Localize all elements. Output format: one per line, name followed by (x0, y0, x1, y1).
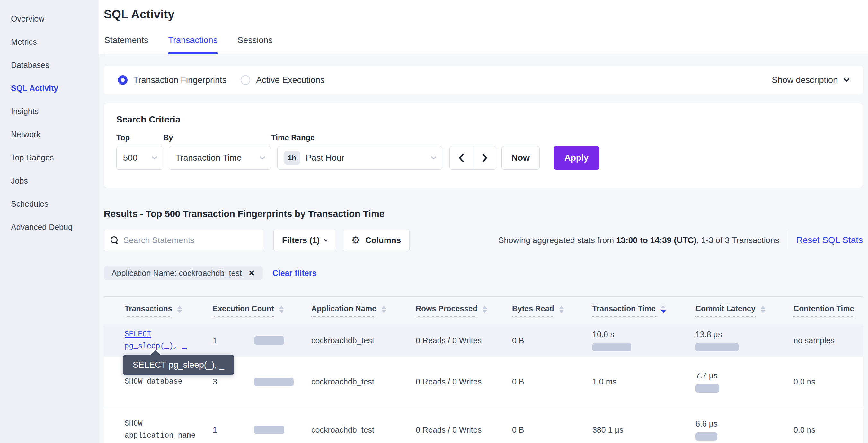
application-name-cell: cockroachdb_test (311, 377, 416, 386)
sort-icon[interactable] (559, 306, 564, 313)
rows-processed-cell: 0 Reads / 0 Writes (416, 336, 512, 345)
table-row: SHOW application_name 1 cockroachdb_test… (104, 407, 863, 443)
sidebar-item-advanced-debug[interactable]: Advanced Debug (0, 215, 99, 239)
clear-filters-link[interactable]: Clear filters (272, 268, 317, 278)
tab-sessions[interactable]: Sessions (237, 35, 273, 54)
next-time-range-button[interactable] (473, 146, 496, 170)
app-window: Overview Metrics Databases SQL Activity … (0, 0, 868, 443)
sort-icon[interactable] (177, 306, 182, 313)
search-criteria-card: Search Criteria Top 500 By Transaction T… (104, 102, 863, 188)
sidebar-item-metrics[interactable]: Metrics (0, 30, 99, 53)
sidebar: Overview Metrics Databases SQL Activity … (0, 0, 99, 443)
close-icon[interactable]: ✕ (248, 268, 255, 278)
previous-time-range-button[interactable] (450, 146, 473, 170)
columns-button[interactable]: ⚙ Columns (343, 229, 410, 252)
time-range-badge: 1h (284, 151, 300, 165)
chevron-down-icon (431, 154, 437, 160)
execution-count-bar (254, 426, 284, 434)
transaction-fingerprint-link[interactable]: SHOW database (125, 376, 213, 388)
sidebar-item-schedules[interactable]: Schedules (0, 192, 99, 215)
top-select[interactable]: 500 (116, 146, 163, 170)
filter-chip-application-name[interactable]: Application Name: cockroachdb_test ✕ (104, 266, 263, 280)
bytes-read-cell: 0 B (512, 377, 592, 386)
time-range-value: Past Hour (306, 153, 344, 163)
results-heading: Results - Top 500 Transaction Fingerprin… (104, 209, 863, 219)
sort-icon-descending[interactable] (661, 305, 666, 314)
table-row: SELECT pg_sleep(_), _ 1 cockroachdb_test… (104, 324, 863, 356)
transaction-fingerprint-link[interactable]: SHOW application_name (125, 418, 213, 442)
column-header-rows-processed[interactable]: Rows Processed (416, 304, 512, 317)
top-field: Top 500 (116, 133, 163, 170)
search-statements-box (104, 229, 265, 252)
table-header-row: Transactions Execution Count Application… (104, 297, 863, 324)
results-controls: Filters (1) ⚙ Columns Showing aggregated… (104, 229, 863, 252)
chevron-left-icon (458, 153, 465, 163)
execution-count-bar (254, 336, 284, 345)
column-header-transactions[interactable]: Transactions (125, 304, 213, 317)
commit-latency-bar (695, 384, 719, 392)
column-header-transaction-time[interactable]: Transaction Time (592, 304, 695, 317)
search-criteria-title: Search Criteria (116, 114, 850, 125)
sidebar-item-databases[interactable]: Databases (0, 53, 99, 77)
apply-button[interactable]: Apply (554, 146, 599, 170)
search-statements-input[interactable] (123, 235, 258, 245)
execution-count-cell: 3 (213, 377, 311, 386)
column-header-execution-count[interactable]: Execution Count (213, 304, 311, 317)
by-select-value: Transaction Time (176, 153, 242, 163)
time-range-select[interactable]: 1h Past Hour (277, 146, 442, 170)
content-area: Transaction Fingerprints Active Executio… (99, 54, 868, 443)
tab-statements[interactable]: Statements (104, 35, 149, 54)
reset-sql-stats-link[interactable]: Reset SQL Stats (796, 235, 863, 245)
by-select[interactable]: Transaction Time (169, 146, 271, 170)
column-header-contention-time[interactable]: Contention Time (794, 304, 863, 317)
rows-processed-cell: 0 Reads / 0 Writes (416, 425, 512, 435)
sort-icon[interactable] (483, 306, 487, 313)
contention-time-cell: 0.0 ns (794, 425, 863, 435)
sidebar-item-sql-activity[interactable]: SQL Activity (0, 77, 99, 100)
show-description-label: Show description (772, 75, 838, 85)
top-select-value: 500 (123, 153, 137, 163)
radio-unselected-icon (241, 75, 250, 85)
chevron-down-icon (324, 238, 328, 242)
execution-count-bar (254, 378, 293, 386)
execution-count-cell: 1 (213, 336, 311, 345)
sidebar-item-overview[interactable]: Overview (0, 7, 99, 30)
by-field: By Transaction Time (163, 133, 271, 170)
sidebar-item-network[interactable]: Network (0, 123, 99, 146)
column-header-commit-latency[interactable]: Commit Latency (695, 304, 794, 317)
sidebar-item-jobs[interactable]: Jobs (0, 169, 99, 192)
sort-icon[interactable] (279, 306, 284, 313)
now-button[interactable]: Now (501, 146, 540, 170)
sidebar-item-insights[interactable]: Insights (0, 100, 99, 123)
rows-processed-cell: 0 Reads / 0 Writes (416, 377, 512, 386)
sort-icon[interactable] (761, 306, 765, 313)
transaction-time-cell: 10.0 s (592, 330, 695, 351)
transaction-fingerprint-link[interactable]: SELECT pg_sleep(_), _ (125, 329, 213, 352)
statement-tooltip: SELECT pg_sleep(_), _ (123, 355, 234, 375)
by-label: By (163, 133, 271, 142)
filters-button[interactable]: Filters (1) (273, 229, 336, 252)
chevron-down-icon (843, 76, 850, 82)
chevron-down-icon (152, 154, 157, 160)
time-range-pager (450, 146, 496, 170)
column-header-application-name[interactable]: Application Name (311, 304, 416, 317)
view-mode-radio-group: Transaction Fingerprints Active Executio… (118, 75, 324, 85)
show-description-toggle[interactable]: Show description (772, 75, 849, 85)
radio-active-executions[interactable]: Active Executions (241, 75, 324, 85)
contention-time-cell: no samples (794, 336, 863, 345)
column-header-bytes-read[interactable]: Bytes Read (512, 304, 592, 317)
radio-label: Transaction Fingerprints (133, 75, 226, 85)
radio-transaction-fingerprints[interactable]: Transaction Fingerprints (118, 75, 226, 85)
sidebar-item-top-ranges[interactable]: Top Ranges (0, 146, 99, 169)
divider (788, 231, 788, 249)
radio-label: Active Executions (256, 75, 324, 85)
gear-icon: ⚙ (351, 235, 360, 245)
application-name-cell: cockroachdb_test (311, 336, 416, 345)
stats-time-range: 13:00 to 14:39 (UTC) (616, 235, 696, 245)
main-area: SQL Activity Statements Transactions Ses… (99, 0, 868, 443)
filters-label: Filters (1) (282, 235, 320, 245)
tab-transactions[interactable]: Transactions (168, 35, 218, 54)
commit-latency-cell: 7.7 µs (695, 371, 794, 392)
view-toggle-card: Transaction Fingerprints Active Executio… (104, 66, 863, 94)
sort-icon[interactable] (382, 306, 386, 313)
